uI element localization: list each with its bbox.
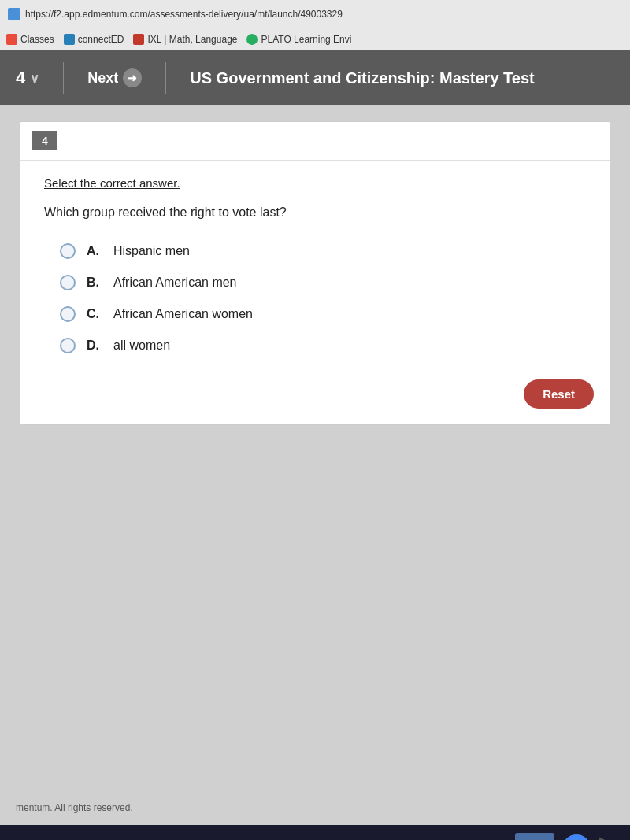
footer: mentum. All rights reserved. [0, 790, 630, 825]
bookmark-connected-label: connectED [78, 34, 124, 45]
question-text: Which group received the right to vote l… [44, 205, 586, 220]
radio-a[interactable] [60, 243, 76, 259]
classes-icon [6, 34, 17, 45]
browser-url: https://f2.app.edmentum.com/assessments-… [25, 9, 343, 20]
taskbar-thumbnail[interactable] [515, 833, 554, 840]
question-card: 4 Select the correct answer. Which group… [20, 121, 610, 425]
bookmark-ixl-label: IXL | Math, Language [147, 34, 237, 45]
question-number-display: 4 [16, 68, 25, 88]
header-divider [165, 62, 166, 94]
bookmark-connected[interactable]: connectED [64, 34, 124, 45]
nav-divider [63, 62, 64, 94]
question-number-badge: 4 [32, 131, 57, 150]
main-content: 4 Select the correct answer. Which group… [0, 105, 630, 790]
bookmark-plato[interactable]: PLATO Learning Envi [246, 34, 351, 45]
footer-text: mentum. All rights reserved. [16, 802, 133, 813]
option-b-text: African American men [113, 276, 237, 290]
reset-button[interactable]: Reset [524, 379, 594, 409]
taskbar: ◯ [0, 825, 630, 840]
option-c-text: African American women [113, 307, 253, 321]
taskbar-arrow-icon[interactable] [598, 837, 622, 840]
radio-b[interactable] [60, 275, 76, 290]
option-d-letter: D. [87, 339, 102, 353]
option-d-text: all women [113, 339, 170, 353]
question-body: Select the correct answer. Which group r… [20, 176, 610, 377]
bookmark-classes-label: Classes [20, 34, 54, 45]
browser-bar: https://f2.app.edmentum.com/assessments-… [0, 0, 630, 28]
bookmark-classes[interactable]: Classes [6, 34, 54, 45]
option-d[interactable]: D. all women [60, 338, 586, 353]
chrome-icon[interactable]: ◯ [562, 834, 591, 840]
next-arrow-icon: ➜ [123, 68, 142, 87]
bookmark-plato-label: PLATO Learning Envi [261, 34, 351, 45]
bookmarks-bar: Classes connectED IXL | Math, Language P… [0, 28, 630, 50]
next-button[interactable]: Next ➜ [87, 68, 142, 87]
option-b[interactable]: B. African American men [60, 275, 586, 290]
question-nav[interactable]: 4 ∨ [16, 68, 39, 88]
option-a[interactable]: A. Hispanic men [60, 243, 586, 259]
ixl-icon [133, 34, 144, 45]
exam-title: US Government and Citizenship: Mastery T… [190, 69, 535, 87]
instruction-text: Select the correct answer. [44, 176, 586, 190]
app-header: 4 ∨ Next ➜ US Government and Citizenship… [0, 50, 630, 105]
bookmark-ixl[interactable]: IXL | Math, Language [133, 34, 237, 45]
option-c-letter: C. [87, 307, 102, 321]
option-a-letter: A. [87, 244, 102, 258]
plato-icon [246, 34, 258, 45]
option-c[interactable]: C. African American women [60, 306, 586, 322]
radio-d[interactable] [60, 338, 76, 353]
connected-icon [64, 34, 75, 45]
question-divider [20, 160, 610, 161]
radio-c[interactable] [60, 306, 76, 322]
option-b-letter: B. [87, 276, 102, 290]
option-a-text: Hispanic men [113, 244, 190, 258]
options-list: A. Hispanic men B. African American men … [44, 243, 586, 353]
next-label: Next [87, 70, 118, 87]
nav-chevron-icon[interactable]: ∨ [30, 71, 39, 86]
browser-favicon [8, 8, 20, 20]
